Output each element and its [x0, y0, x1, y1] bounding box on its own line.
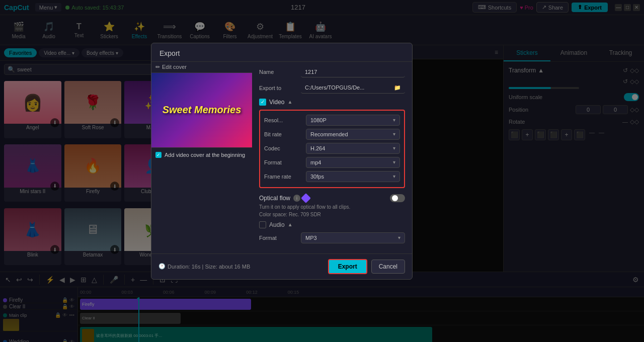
transform-keyframe-icon[interactable]: ◇◇: [630, 67, 639, 74]
close-button[interactable]: ✕: [633, 4, 640, 11]
tool-templates[interactable]: 📋 Templates: [276, 17, 305, 43]
format-select[interactable]: mp4 ▾: [306, 157, 400, 168]
download-mini-stars-icon[interactable]: ⬇: [50, 182, 59, 191]
align-right-button[interactable]: ⬛: [535, 129, 546, 140]
framerate-select[interactable]: 30fps ▾: [306, 171, 400, 182]
transform-slider[interactable]: [509, 87, 579, 89]
effect-angel[interactable]: 👩 Angel ⬇: [4, 81, 61, 138]
align-bottom-button[interactable]: ⬛: [574, 129, 585, 140]
menu-button[interactable]: Menu ▾: [35, 3, 62, 12]
track-main-more-icon[interactable]: •••: [69, 312, 74, 318]
track-main-visibility-icon[interactable]: 👁: [62, 312, 67, 318]
optical-flow-toggle[interactable]: [390, 194, 405, 202]
tool-media[interactable]: 🎬 Media: [4, 17, 33, 43]
export-confirm-button[interactable]: Export: [328, 259, 367, 274]
pro-button[interactable]: ♥ Pro: [520, 5, 533, 11]
effect-mini-stars-ii[interactable]: 👗 Mini stars II ⬇: [4, 144, 61, 202]
topbar: CapCut Menu ▾ Auto saved: 15:43:37 1217 …: [0, 0, 644, 15]
track-wedding-visibility-icon[interactable]: 👁: [69, 339, 74, 342]
download-angel-icon[interactable]: ⬇: [50, 118, 59, 127]
video-checkbox[interactable]: ✓: [259, 99, 266, 106]
transform-slider-keyframe[interactable]: ◇◇: [630, 78, 639, 85]
track-main-lock-icon[interactable]: 🔒: [55, 312, 61, 318]
audio-checkbox[interactable]: [259, 221, 266, 228]
player-menu-icon[interactable]: ≡: [495, 49, 498, 56]
edit-cover-button[interactable]: ✏ Edit cover: [151, 62, 252, 73]
position-keyframe-icon[interactable]: ◇◇: [630, 106, 639, 113]
zoom-in-button[interactable]: +: [130, 275, 136, 285]
audio-format-select[interactable]: MP3 ▾: [301, 232, 405, 243]
track-visibility-icon[interactable]: 👁: [69, 297, 74, 303]
tab-body-effects[interactable]: Body effects ▾: [82, 48, 123, 57]
tool-captions[interactable]: 💬 Captions: [185, 17, 214, 43]
track-clear-visibility-icon[interactable]: 👁: [69, 304, 74, 309]
tool-effects[interactable]: ✨ Effects: [125, 17, 154, 43]
audio-collapse-icon[interactable]: ▲: [288, 222, 293, 227]
export-to-input[interactable]: C:/Users/TOPGUS/De... 📁: [301, 82, 405, 94]
name-input[interactable]: 1217: [301, 67, 405, 77]
uniform-scale-toggle[interactable]: [624, 93, 639, 101]
zoom-out-button[interactable]: —: [139, 275, 148, 285]
effect-betamax[interactable]: 🖥 Betamax ⬇: [64, 208, 122, 266]
position-y-input[interactable]: [603, 105, 628, 114]
playhead[interactable]: [138, 297, 139, 342]
audio-label: Audio: [269, 221, 285, 228]
cancel-button[interactable]: Cancel: [371, 260, 405, 274]
track-clear-lock-icon[interactable]: 🔒: [62, 304, 68, 309]
align-top-button[interactable]: ⬛: [548, 129, 559, 140]
align-center-h-button[interactable]: +: [522, 129, 533, 140]
redo-button[interactable]: ↪: [26, 275, 34, 285]
delete-left-button[interactable]: ◀: [58, 275, 66, 285]
minimize-button[interactable]: —: [615, 4, 622, 11]
align-center-v-button[interactable]: +: [561, 129, 572, 140]
cursor-tool[interactable]: ↖: [4, 275, 12, 285]
tab-tracking[interactable]: Tracking: [597, 45, 644, 61]
folder-icon[interactable]: 📁: [394, 84, 401, 91]
effect-soft-rose[interactable]: 🌹 Soft Rose ⬇: [64, 81, 122, 138]
add-cover-checkbox[interactable]: ✓: [155, 152, 162, 158]
clip-main[interactable]: 诶音耳环的美丽新娘 00:0003:01 手...: [80, 327, 432, 343]
maximize-button[interactable]: □: [624, 4, 631, 11]
transform-button[interactable]: △: [91, 275, 98, 285]
clip-clear[interactable]: Clear II: [80, 313, 181, 324]
info-icon[interactable]: i: [293, 195, 300, 202]
tool-text[interactable]: T Text: [64, 17, 94, 43]
tool-audio[interactable]: 🎵 Audio: [34, 17, 63, 43]
download-blink-icon[interactable]: ⬇: [50, 245, 59, 254]
resolution-select[interactable]: 1080P ▾: [306, 115, 400, 126]
track-lock-icon[interactable]: 🔒: [62, 297, 68, 303]
shortcuts-button[interactable]: ⌨ Shortcuts: [472, 2, 517, 13]
video-collapse-icon[interactable]: ▲: [287, 99, 292, 105]
settings-button[interactable]: ⚙: [631, 275, 640, 285]
crop-button[interactable]: ⊞: [79, 275, 88, 285]
align-left-button[interactable]: ⬛: [509, 129, 520, 140]
transform-reset-icon[interactable]: ↺: [623, 67, 628, 74]
undo-button[interactable]: ↩: [15, 275, 23, 285]
delete-right-button[interactable]: ▶: [69, 275, 76, 285]
tool-filters[interactable]: 🎨 Filters: [215, 17, 245, 43]
transform-slider-reset[interactable]: ↺: [623, 78, 628, 85]
share-button[interactable]: ↗ Share: [536, 2, 569, 13]
codec-select[interactable]: H.264 ▾: [306, 143, 400, 154]
effect-firefly[interactable]: 🔥 Firefly ⬇: [64, 144, 122, 202]
tool-ai-avatars[interactable]: 🤖 AI avatars: [306, 17, 335, 43]
track-wedding-lock-icon[interactable]: 🔒: [62, 339, 68, 342]
mic-button[interactable]: 🎤: [109, 275, 119, 285]
tool-adjustment[interactable]: ⚙ Adjustment: [246, 17, 275, 43]
download-soft-rose-icon[interactable]: ⬇: [110, 118, 119, 127]
tool-stickers[interactable]: ⭐ Stickers: [95, 17, 124, 43]
export-button-top[interactable]: ⬆ Export: [572, 3, 608, 12]
position-x-input[interactable]: [576, 105, 601, 114]
tab-animation[interactable]: Animation: [550, 45, 597, 61]
tab-favorites[interactable]: Favorites: [4, 48, 37, 57]
rotate-label: Rotate: [509, 119, 525, 125]
bitrate-select[interactable]: Recommended ▾: [306, 129, 400, 140]
split-button[interactable]: ⚡: [45, 275, 55, 285]
tab-stickers[interactable]: Stickers: [504, 45, 550, 61]
effect-blink[interactable]: 👗 Blink ⬇: [4, 208, 61, 266]
clip-firefly[interactable]: Firefly: [80, 299, 251, 310]
tool-transitions[interactable]: ⟹ Transitions: [155, 17, 184, 43]
tab-video-effects[interactable]: Video effe... ▾: [39, 48, 79, 57]
rotate-keyframe-icon[interactable]: ◇◇: [630, 118, 639, 125]
transform-collapse-icon[interactable]: ▲: [538, 67, 544, 74]
